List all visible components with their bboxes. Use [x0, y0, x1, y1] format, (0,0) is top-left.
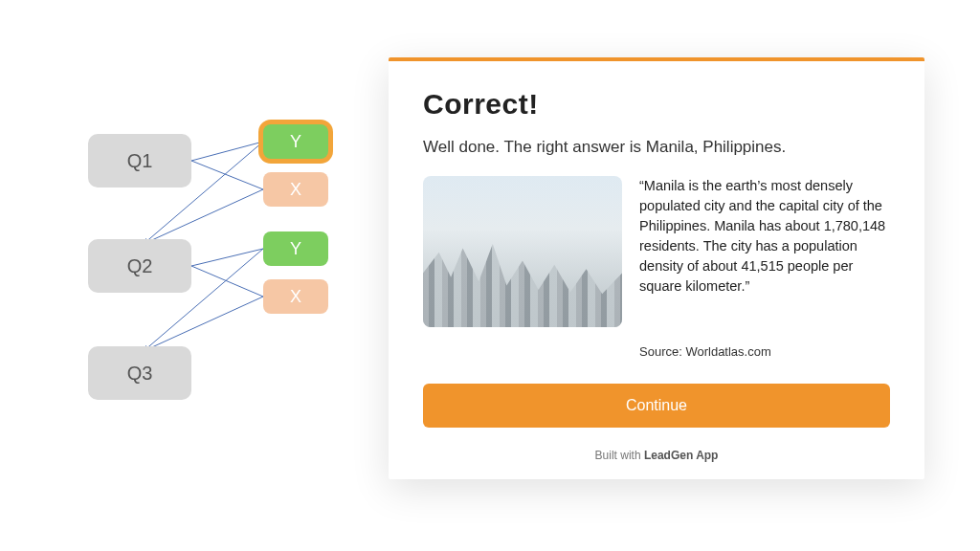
svg-line-3 — [144, 189, 263, 244]
node-label: Y — [290, 239, 301, 259]
node-label: Y — [290, 132, 301, 152]
city-photo — [423, 176, 622, 327]
node-label: Q2 — [127, 255, 153, 277]
svg-line-7 — [144, 297, 263, 351]
result-content-row: “Manila is the earth’s most densely popu… — [423, 176, 890, 327]
svg-line-1 — [191, 161, 263, 189]
node-q1: Q1 — [88, 134, 191, 187]
node-q3: Q3 — [88, 346, 191, 400]
node-answer-y1-selected: Y — [263, 124, 328, 159]
node-q2: Q2 — [88, 239, 191, 293]
node-label: X — [290, 180, 301, 200]
result-title: Correct! — [423, 88, 890, 121]
svg-line-0 — [191, 142, 263, 161]
svg-line-5 — [191, 266, 263, 297]
footer-brand: LeadGen App — [644, 449, 719, 462]
node-label: Q1 — [127, 150, 153, 172]
node-answer-y2: Y — [263, 231, 328, 266]
footer-prefix: Built with — [595, 449, 644, 462]
node-answer-x2: X — [263, 279, 328, 314]
quiz-flow-diagram: Q1 Q2 Q3 Y X Y X — [57, 115, 373, 440]
card-footer: Built with LeadGen App — [423, 449, 890, 462]
svg-line-4 — [191, 249, 263, 266]
result-subtitle: Well done. The right answer is Manila, P… — [423, 138, 890, 157]
node-label: Q3 — [127, 363, 153, 385]
continue-button[interactable]: Continue — [423, 384, 890, 428]
node-label: X — [290, 287, 301, 307]
node-answer-x1: X — [263, 172, 328, 207]
quote-source: Source: Worldatlas.com — [639, 344, 890, 359]
result-card: Correct! Well done. The right answer is … — [389, 57, 924, 479]
result-quote: “Manila is the earth’s most densely popu… — [639, 176, 890, 327]
